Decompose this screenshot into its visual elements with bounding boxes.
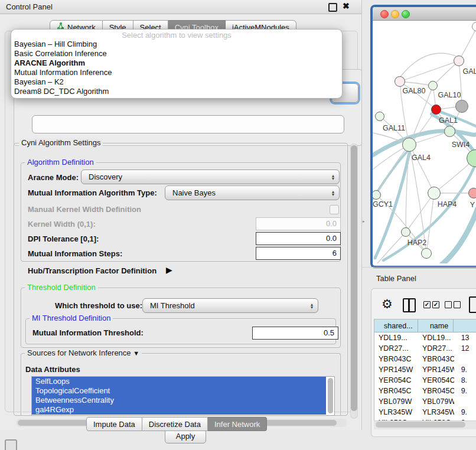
- data-attributes-list[interactable]: SelfLoopsTopologicalCoefficientBetweenne…: [31, 376, 335, 416]
- table-row[interactable]: YDL19...YDL19...13: [374, 332, 476, 343]
- float-window-icon[interactable]: [328, 3, 337, 12]
- panel-splitter-handle[interactable]: ▸: [363, 219, 366, 223]
- table-row[interactable]: YPR145WYPR145W9.: [374, 364, 476, 375]
- dropdown-item[interactable]: Basic Correlation Inference: [11, 49, 342, 58]
- scrollbar-thumb[interactable]: [376, 422, 465, 428]
- table-cell: 8.: [454, 376, 476, 384]
- apply-button[interactable]: Apply: [165, 429, 206, 444]
- node-label: GAL80: [403, 87, 426, 95]
- network-selector-combo-fragment[interactable]: [32, 115, 344, 133]
- dropdown-item[interactable]: ARACNE Algorithm: [11, 58, 342, 68]
- scrollbar-thumb[interactable]: [351, 145, 357, 411]
- node-attribute-table[interactable]: shared...name YDL19...YDL19...13YDR27...…: [374, 319, 476, 422]
- aracne-mode-combo[interactable]: Discovery ▴▾: [81, 169, 340, 184]
- which-threshold-combo[interactable]: MI Threshold ▴▾: [142, 298, 318, 313]
- tab-label: Impute Data: [93, 420, 135, 429]
- close-icon[interactable]: ✖: [343, 1, 350, 11]
- table-cell: YER054C: [418, 376, 454, 384]
- checked-box-icon[interactable]: ✓: [432, 301, 439, 308]
- network-node-gal[interactable]: [454, 56, 464, 66]
- attribute-item[interactable]: gal4RGexp: [32, 405, 326, 415]
- algorithm-dropdown-popup: Select algorithm to view settings Bayesi…: [11, 29, 343, 99]
- dpi-tolerance-label: DPI Tolerance [0,1]:: [28, 234, 99, 243]
- network-node-gal10[interactable]: [428, 81, 438, 90]
- divider: [361, 267, 476, 268]
- kernel-width-field[interactable]: 0.0: [256, 217, 341, 230]
- hub-definition-toggle[interactable]: Hub/Transcription Factor Definition: [28, 266, 157, 275]
- column-header[interactable]: shared...: [374, 319, 418, 332]
- table-row[interactable]: YLR345WYLR345W9.: [374, 407, 476, 418]
- network-window-titlebar[interactable]: [373, 7, 476, 21]
- aracne-mode-label: Aracne Mode:: [28, 173, 79, 182]
- table-row[interactable]: YBR043CYBR043C: [374, 354, 476, 364]
- table-row[interactable]: YBL079WYBL079W: [374, 396, 476, 407]
- attribute-item[interactable]: SelfLoops: [32, 377, 326, 386]
- group-title: Threshold Definition: [25, 283, 98, 292]
- minimized-panel-icon[interactable]: [5, 439, 17, 450]
- sources-title-toggle[interactable]: Sources for Network Inference ▼: [25, 348, 142, 357]
- network-node[interactable]: [455, 100, 468, 113]
- group-title: Cyni Algorithm Settings: [19, 138, 103, 147]
- list-scrollbar[interactable]: [328, 378, 333, 413]
- gear-icon[interactable]: ⚙: [382, 297, 393, 311]
- combo-stepper-icon: ▴▾: [332, 174, 334, 180]
- tab-discretize-data[interactable]: Discretize Data: [142, 417, 208, 431]
- dropdown-item[interactable]: Mutual Information Inference: [11, 68, 342, 77]
- node-label: HAP2: [407, 239, 427, 247]
- network-node-gal4[interactable]: [402, 138, 416, 152]
- table-row[interactable]: YBR045CYBR045C9.: [374, 386, 476, 396]
- close-traffic-light-icon[interactable]: [380, 10, 389, 18]
- table-cell: YDR27...: [374, 344, 418, 353]
- expand-right-icon[interactable]: ▶: [166, 265, 172, 275]
- control-panel-window: Control Panel ✖ NetworkStyleSelectCyni T…: [0, 0, 362, 430]
- table-cell: YBR045C: [418, 387, 454, 395]
- attribute-item[interactable]: BetweennessCentrality: [32, 396, 326, 405]
- table-cell: YBR045C: [374, 387, 418, 395]
- column-header[interactable]: [454, 319, 476, 332]
- dropdown-item[interactable]: Bayesian – K2: [11, 77, 342, 87]
- network-node-hap2[interactable]: [401, 227, 410, 237]
- network-node-gal80[interactable]: [395, 76, 405, 87]
- manual-kernel-checkbox[interactable]: [330, 205, 339, 214]
- unchecked-box-icon[interactable]: [445, 301, 452, 308]
- tab-label: Discretize Data: [149, 420, 201, 429]
- checked-box-icon[interactable]: ✓: [423, 301, 431, 308]
- mi-type-label: Mutual Information Algorithm Type:: [28, 188, 157, 197]
- node-label: GAL11: [383, 124, 405, 132]
- network-node-y[interactable]: [468, 188, 476, 198]
- node-label: HAP4: [438, 200, 457, 208]
- table-cell: YLR345W: [418, 408, 454, 416]
- unchecked-box-icon[interactable]: [454, 301, 461, 308]
- dpi-tolerance-field[interactable]: 0.0: [256, 232, 341, 245]
- kernel-width-label: Kernel Width (0,1):: [28, 220, 96, 229]
- mi-threshold-field[interactable]: 0.5: [252, 327, 338, 340]
- attribute-item[interactable]: TopologicalCoefficient: [32, 386, 326, 396]
- network-node-gal1[interactable]: [431, 105, 441, 115]
- page-icon[interactable]: [469, 296, 476, 313]
- zoom-traffic-light-icon[interactable]: [402, 10, 410, 18]
- column-header[interactable]: name: [418, 319, 454, 332]
- control-panel-titlebar[interactable]: Control Panel ✖: [0, 0, 361, 14]
- mi-steps-field[interactable]: 6: [256, 247, 341, 260]
- table-cell: 9.: [454, 408, 476, 416]
- network-canvas[interactable]: GALGAL80GAL10GAL1GAL11SWI4GAL4GCY1HAP4YH…: [373, 21, 476, 263]
- table-cell: YBR043C: [374, 355, 418, 363]
- network-node-swi4[interactable]: [444, 126, 455, 137]
- network-node-hap4[interactable]: [428, 187, 441, 200]
- tab-impute-data[interactable]: Impute Data: [86, 417, 142, 431]
- table-row[interactable]: YDR27...YDR27...12: [374, 343, 476, 354]
- mi-threshold-label: Mutual Information Threshold:: [32, 328, 144, 337]
- minimize-traffic-light-icon[interactable]: [391, 10, 399, 18]
- dropdown-item[interactable]: Bayesian – Hill Climbing: [11, 40, 342, 49]
- cyni-mode-tabs: Impute DataDiscretize DataInfer Network: [86, 417, 267, 431]
- mi-type-combo[interactable]: Naive Bayes ▴▾: [165, 185, 340, 200]
- tab-infer-network[interactable]: Infer Network: [208, 417, 267, 431]
- table-row[interactable]: YER054CYER054C8.: [374, 375, 476, 386]
- dropdown-item[interactable]: Dream8 DC_TDC Algorithm: [11, 87, 342, 96]
- table-cell: 9.: [454, 366, 476, 374]
- network-node-gal11[interactable]: [375, 112, 384, 121]
- combo-stepper-icon: ▴▾: [332, 190, 334, 196]
- split-columns-icon[interactable]: [403, 298, 416, 312]
- network-node[interactable]: [421, 248, 432, 259]
- table-cell: YBR043C: [418, 355, 454, 363]
